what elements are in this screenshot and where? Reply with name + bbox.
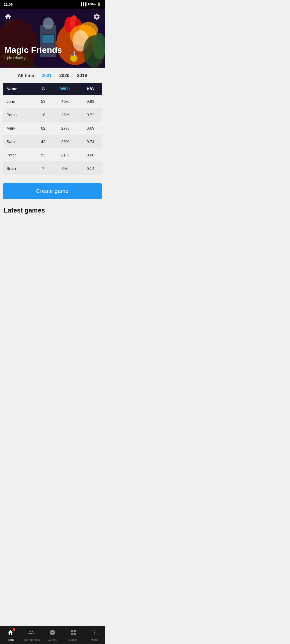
- table-row: Peter 53 21% 0.66: [3, 148, 102, 162]
- status-time: 21:06: [4, 2, 13, 6]
- cell-kg: 0.66: [79, 148, 102, 162]
- cell-kg: 0.89: [79, 95, 102, 108]
- latest-games-section: Latest games: [0, 204, 105, 238]
- table-row: Paula 18 28% 0.72: [3, 108, 102, 122]
- cell-name: John: [3, 95, 35, 108]
- battery-text: 100%: [88, 2, 96, 6]
- col-wg-header: W/G↑: [52, 83, 79, 95]
- col-name-header: Name: [3, 83, 35, 95]
- status-bar: 21:06 ▐▐▐ 100% 🔋: [0, 0, 105, 9]
- svg-rect-5: [42, 35, 54, 43]
- cell-name: Brian: [3, 162, 35, 175]
- cell-wg: 28%: [52, 108, 79, 122]
- svg-rect-15: [73, 51, 74, 56]
- cell-kg: 0.69: [79, 122, 102, 135]
- settings-button[interactable]: [93, 13, 100, 22]
- tab-2019[interactable]: 2019: [77, 73, 87, 78]
- cell-kg: 0.72: [79, 108, 102, 122]
- settings-icon: [93, 13, 100, 20]
- cell-wg: 40%: [52, 95, 79, 108]
- hero-subtitle: Epic Rivalry: [4, 56, 62, 60]
- col-kg-header: K/G: [79, 83, 102, 95]
- create-game-button[interactable]: Create game: [3, 183, 102, 199]
- stats-section: All time 2021 2020 2019 Name G W/G↑ K/G …: [0, 68, 105, 178]
- tab-all-time[interactable]: All time: [18, 73, 34, 78]
- stats-table: Name G W/G↑ K/G John 53 40% 0.89 Paula 1…: [3, 83, 102, 175]
- cell-g: 62: [35, 122, 52, 135]
- home-icon: [4, 13, 12, 20]
- cell-wg: 26%: [52, 135, 79, 148]
- table-row: Sam 42 26% 0.74: [3, 135, 102, 148]
- year-tabs: All time 2021 2020 2019: [3, 73, 102, 78]
- hero-title: Magic Friends: [4, 45, 62, 55]
- cell-g: 53: [35, 95, 52, 108]
- col-g-header: G: [35, 83, 52, 95]
- cell-name: Paula: [3, 108, 35, 122]
- svg-point-3: [43, 17, 54, 29]
- cell-wg: 0%: [52, 162, 79, 175]
- cell-wg: 21%: [52, 148, 79, 162]
- cell-name: Sam: [3, 135, 35, 148]
- tab-2020[interactable]: 2020: [59, 73, 70, 78]
- cell-g: 7: [35, 162, 52, 175]
- hero-section: Magic Friends Epic Rivalry: [0, 9, 105, 68]
- cell-name: Mark: [3, 122, 35, 135]
- cell-name: Peter: [3, 148, 35, 162]
- tab-2021[interactable]: 2021: [42, 73, 52, 78]
- table-header-row: Name G W/G↑ K/G: [3, 83, 102, 95]
- table-row: John 53 40% 0.89: [3, 95, 102, 108]
- status-icons: ▐▐▐ 100% 🔋: [80, 2, 101, 6]
- svg-rect-16: [74, 51, 75, 56]
- cell-g: 18: [35, 108, 52, 122]
- table-row: Mark 62 27% 0.69: [3, 122, 102, 135]
- home-button[interactable]: [4, 13, 12, 22]
- cell-kg: 0.14: [79, 162, 102, 175]
- cell-g: 53: [35, 148, 52, 162]
- cell-g: 42: [35, 135, 52, 148]
- signal-icon: ▐▐▐: [80, 2, 87, 6]
- cell-kg: 0.74: [79, 135, 102, 148]
- latest-games-title: Latest games: [4, 207, 101, 214]
- cell-wg: 27%: [52, 122, 79, 135]
- hero-text-block: Magic Friends Epic Rivalry: [4, 45, 62, 60]
- table-row: Brian 7 0% 0.14: [3, 162, 102, 175]
- battery-icon: 🔋: [97, 2, 101, 6]
